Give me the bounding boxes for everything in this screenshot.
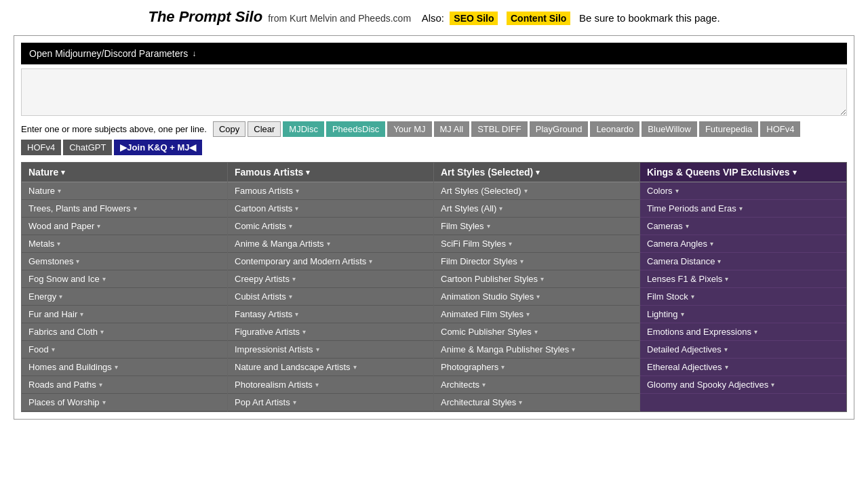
playground-button[interactable]: PlayGround <box>530 121 589 137</box>
list-item[interactable]: Emotions and Expressions▾ <box>640 323 846 341</box>
hofv4-button[interactable]: HOFv4 <box>760 121 800 137</box>
list-item[interactable]: Fantasy Artists▾ <box>228 306 433 323</box>
stbldiff-button[interactable]: STBL DIFF <box>471 121 528 137</box>
list-item[interactable]: Contemporary and Modern Artists▾ <box>228 253 433 270</box>
list-item[interactable]: Architectural Styles▾ <box>434 394 639 411</box>
list-item[interactable]: Comic Publisher Styles▾ <box>434 323 639 341</box>
list-item[interactable]: Cubist Artists▾ <box>228 288 433 306</box>
params-arrow: ↓ <box>192 49 196 58</box>
second-toolbar-row: HOFv4 ChatGPT ▶Join K&Q + MJ◀ <box>21 140 847 155</box>
list-item[interactable]: Figurative Artists▾ <box>228 323 433 341</box>
content-silo-link[interactable]: Content Silo <box>507 12 570 25</box>
col-art-styles-header[interactable]: Art Styles (Selected) ▾ <box>434 163 639 182</box>
prompt-textarea[interactable] <box>21 68 847 116</box>
hof4-button[interactable]: HOFv4 <box>21 140 61 155</box>
list-item[interactable]: Food▾ <box>22 341 227 359</box>
site-title: The Prompt Silo <box>148 8 262 25</box>
list-item[interactable]: Cartoon Artists▾ <box>228 200 433 218</box>
site-from: from Kurt Melvin and Pheeds.com <box>265 13 414 24</box>
col-nature-arrow: ▾ <box>61 168 65 177</box>
toolbar-label: Enter one or more subjects above, one pe… <box>21 124 207 134</box>
seo-silo-link[interactable]: SEO Silo <box>450 12 498 25</box>
list-item[interactable]: Camera Distance▾ <box>640 253 846 270</box>
col-vip-title: Kings & Queens VIP Exclusives <box>647 167 790 178</box>
list-item[interactable]: Art Styles (Selected)▾ <box>434 182 639 200</box>
leonardo-button[interactable]: Leonardo <box>590 121 639 137</box>
list-item[interactable]: Trees, Plants and Flowers▾ <box>22 200 227 218</box>
list-item[interactable]: Comic Artists▾ <box>228 218 433 235</box>
col-vip-header[interactable]: Kings & Queens VIP Exclusives ▾ <box>640 163 846 182</box>
list-item[interactable]: Anime & Manga Artists▾ <box>228 235 433 253</box>
col-nature: Nature ▾ Nature▾ Trees, Plants and Flowe… <box>22 163 228 411</box>
page-header: The Prompt Silo from Kurt Melvin and Phe… <box>0 0 868 31</box>
col-nature-title: Nature <box>28 167 58 178</box>
main-container: Open Midjourney/Discord Parameters ↓ Ent… <box>14 35 854 420</box>
list-item[interactable]: Gemstones▾ <box>22 253 227 270</box>
col-nature-header[interactable]: Nature ▾ <box>22 163 227 182</box>
list-item[interactable]: Fur and Hair▾ <box>22 306 227 323</box>
col-vip: Kings & Queens VIP Exclusives ▾ Colors▾ … <box>640 163 846 411</box>
category-grid: Nature ▾ Nature▾ Trees, Plants and Flowe… <box>21 162 847 412</box>
bluewillow-button[interactable]: BlueWillow <box>642 121 697 137</box>
pheedsdisc-button[interactable]: PheedsDisc <box>326 121 385 137</box>
col-artists-arrow: ▾ <box>306 168 310 177</box>
list-item[interactable]: SciFi Film Styles▾ <box>434 235 639 253</box>
list-item[interactable]: Detailed Adjectives▾ <box>640 341 846 359</box>
list-item[interactable]: Homes and Buildings▾ <box>22 359 227 376</box>
list-item[interactable]: Colors▾ <box>640 182 846 200</box>
list-item[interactable]: Nature▾ <box>22 182 227 200</box>
list-item[interactable]: Creepy Artists▾ <box>228 270 433 288</box>
toolbar-row: Enter one or more subjects above, one pe… <box>21 121 847 137</box>
list-item[interactable]: Anime & Manga Publisher Styles▾ <box>434 341 639 359</box>
params-label: Open Midjourney/Discord Parameters <box>29 48 188 59</box>
futurepedia-button[interactable]: Futurepedia <box>699 121 758 137</box>
list-item[interactable]: Cameras▾ <box>640 218 846 235</box>
list-item[interactable]: Art Styles (All)▾ <box>434 200 639 218</box>
list-item[interactable]: Lighting▾ <box>640 306 846 323</box>
list-item[interactable]: Time Periods and Eras▾ <box>640 200 846 218</box>
list-item[interactable]: Famous Artists▾ <box>228 182 433 200</box>
list-item[interactable]: Wood and Paper▾ <box>22 218 227 235</box>
list-item[interactable]: Fog Snow and Ice▾ <box>22 270 227 288</box>
list-item[interactable]: Photographers▾ <box>434 359 639 376</box>
list-item[interactable]: Animation Studio Styles▾ <box>434 288 639 306</box>
clear-button[interactable]: Clear <box>248 121 281 137</box>
list-item[interactable]: Film Director Styles▾ <box>434 253 639 270</box>
mjdisc-button[interactable]: MJDisc <box>283 121 324 137</box>
copy-button[interactable]: Copy <box>213 121 245 137</box>
chatgpt-button[interactable]: ChatGPT <box>63 140 112 155</box>
col-art-styles-arrow: ▾ <box>536 168 540 177</box>
list-item[interactable]: Film Styles▾ <box>434 218 639 235</box>
list-item[interactable]: Pop Art Artists▾ <box>228 394 433 411</box>
list-item[interactable]: Roads and Paths▾ <box>22 376 227 394</box>
list-item[interactable]: Film Stock▾ <box>640 288 846 306</box>
kq-button[interactable]: ▶Join K&Q + MJ◀ <box>114 140 202 155</box>
list-item[interactable]: Photorealism Artists▾ <box>228 376 433 394</box>
col-art-styles: Art Styles (Selected) ▾ Art Styles (Sele… <box>434 163 640 411</box>
list-item[interactable]: Metals▾ <box>22 235 227 253</box>
col-artists-title: Famous Artists <box>235 167 303 178</box>
mjall-button[interactable]: MJ All <box>434 121 470 137</box>
list-item[interactable]: Lenses F1 & Pixels▾ <box>640 270 846 288</box>
list-item[interactable]: Energy▾ <box>22 288 227 306</box>
list-item[interactable]: Ethereal Adjectives▾ <box>640 359 846 376</box>
col-artists-header[interactable]: Famous Artists ▾ <box>228 163 433 182</box>
col-vip-arrow: ▾ <box>793 168 797 177</box>
list-item[interactable]: Architects▾ <box>434 376 639 394</box>
list-item[interactable]: Camera Angles▾ <box>640 235 846 253</box>
list-item[interactable]: Cartoon Publisher Styles▾ <box>434 270 639 288</box>
list-item[interactable]: Places of Worship▾ <box>22 394 227 411</box>
list-item[interactable]: Fabrics and Cloth▾ <box>22 323 227 341</box>
list-item[interactable]: Animated Film Styles▾ <box>434 306 639 323</box>
list-item[interactable]: Nature and Landscape Artists▾ <box>228 359 433 376</box>
list-item[interactable]: Gloomy and Spooky Adjectives▾ <box>640 376 846 394</box>
yourmj-button[interactable]: Your MJ <box>387 121 431 137</box>
col-artists: Famous Artists ▾ Famous Artists▾ Cartoon… <box>228 163 434 411</box>
params-bar[interactable]: Open Midjourney/Discord Parameters ↓ <box>21 43 847 64</box>
list-item[interactable]: Impressionist Artists▾ <box>228 341 433 359</box>
col-art-styles-title: Art Styles (Selected) <box>441 167 533 178</box>
